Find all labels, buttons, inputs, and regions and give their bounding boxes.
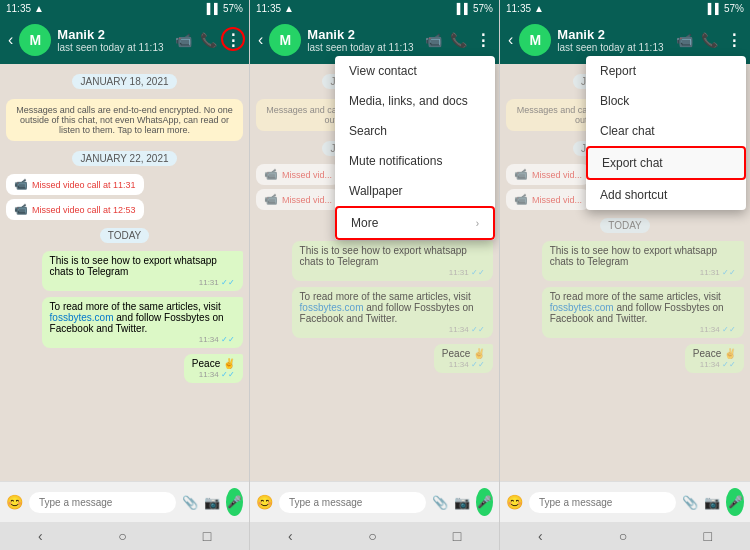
attach-icon-3[interactable]: 😊 <box>506 494 523 510</box>
header-info-1: Manik 2 last seen today at 11:13 <box>57 27 169 53</box>
camera-icon-3[interactable]: 📎 <box>682 495 698 510</box>
status-bar-1: 11:35 ▲ ▌▌ 57% <box>0 0 249 16</box>
mic-button-2[interactable]: 🎤 <box>476 488 493 516</box>
camera-icon-2[interactable]: 📎 <box>432 495 448 510</box>
encryption-notice-1: Messages and calls are end-to-end encryp… <box>6 99 243 141</box>
missed-call-icon-6: 📹 <box>514 193 528 206</box>
phone-icon-1[interactable]: 📞 <box>200 32 217 48</box>
message-input-2[interactable] <box>279 492 426 513</box>
nav-bar-2: ‹ ○ □ <box>250 522 499 550</box>
video-call-icon-2[interactable]: 📹 <box>425 32 442 48</box>
chat-body-1: JANUARY 18, 2021 Messages and calls are … <box>0 64 249 481</box>
avatar-1: M <box>19 24 51 56</box>
photo-icon-1[interactable]: 📷 <box>204 495 220 510</box>
nav-bar-3: ‹ ○ □ <box>500 522 750 550</box>
msg-sent-8: To read more of the same articles, visit… <box>542 287 744 338</box>
missed-call-1: 📹 Missed video call at 11:31 <box>6 174 144 195</box>
input-bar-2: 😊 📎 📷 🎤 <box>250 481 499 522</box>
nav-back-1[interactable]: ‹ <box>38 528 43 544</box>
panel-3: 11:35 ▲ ▌▌ 57% ‹ M Manik 2 last seen tod… <box>500 0 750 550</box>
menu-item-add-shortcut[interactable]: Add shortcut <box>586 180 746 210</box>
nav-home-2[interactable]: ○ <box>368 528 376 544</box>
menu-item-media[interactable]: Media, links, and docs <box>335 86 495 116</box>
sim-icon-3: ▲ <box>534 3 544 14</box>
menu-item-clear-chat[interactable]: Clear chat <box>586 116 746 146</box>
status-time-1: 11:35 ▲ <box>6 3 44 14</box>
status-icons-3: ▌▌ 57% <box>708 3 744 14</box>
menu-button-1[interactable]: ⋮ <box>225 31 241 50</box>
nav-recent-2[interactable]: □ <box>453 528 461 544</box>
missed-call-5: 📹 Missed vid... <box>506 164 590 185</box>
input-bar-3: 😊 📎 📷 🎤 <box>500 481 750 522</box>
menu-item-wallpaper[interactable]: Wallpaper <box>335 176 495 206</box>
avatar-2: M <box>269 24 301 56</box>
date-label-today-3: TODAY <box>600 218 650 233</box>
msg-sent-7: This is to see how to export whatsapp ch… <box>542 241 744 281</box>
dropdown-menu-2: Report Block Clear chat Export chat Add … <box>586 56 746 210</box>
video-call-icon-3[interactable]: 📹 <box>676 32 693 48</box>
msg-sent-6: Peace ✌️ 11:34 ✓✓ <box>434 344 493 373</box>
menu-item-mute[interactable]: Mute notifications <box>335 146 495 176</box>
header-icons-1: 📹 📞 ⋮ <box>175 31 241 50</box>
photo-icon-3[interactable]: 📷 <box>704 495 720 510</box>
contact-status-3: last seen today at 11:13 <box>557 42 670 53</box>
back-button-1[interactable]: ‹ <box>8 31 13 49</box>
sim-icon-1: ▲ <box>34 3 44 14</box>
panel-2: 11:35 ▲ ▌▌ 57% ‹ M Manik 2 last seen tod… <box>250 0 500 550</box>
back-button-2[interactable]: ‹ <box>258 31 263 49</box>
tick-icon-3: ✓✓ <box>221 370 235 379</box>
mic-button-3[interactable]: 🎤 <box>726 488 744 516</box>
msg-sent-2: To read more of the same articles, visit… <box>42 297 243 348</box>
phone-icon-2[interactable]: 📞 <box>450 32 467 48</box>
nav-home-3[interactable]: ○ <box>619 528 627 544</box>
camera-icon-1[interactable]: 📎 <box>182 495 198 510</box>
avatar-3: M <box>519 24 551 56</box>
msg-sent-5: To read more of the same articles, visit… <box>292 287 493 338</box>
back-button-3[interactable]: ‹ <box>508 31 513 49</box>
menu-item-report[interactable]: Report <box>586 56 746 86</box>
phone-icon-3[interactable]: 📞 <box>701 32 718 48</box>
tick-icon-2: ✓✓ <box>221 335 235 344</box>
header-info-2: Manik 2 last seen today at 11:13 <box>307 27 419 53</box>
nav-back-3[interactable]: ‹ <box>538 528 543 544</box>
missed-call-3: 📹 Missed vid... <box>256 164 340 185</box>
missed-call-2: 📹 Missed video call at 12:53 <box>6 199 144 220</box>
menu-item-block[interactable]: Block <box>586 86 746 116</box>
tick-icon-1: ✓✓ <box>221 278 235 287</box>
missed-call-icon-5: 📹 <box>514 168 528 181</box>
menu-item-more[interactable]: More › <box>335 206 495 240</box>
missed-call-4: 📹 Missed vid... <box>256 189 340 210</box>
video-call-icon-1[interactable]: 📹 <box>175 32 192 48</box>
date-label-today-1: TODAY <box>100 228 150 243</box>
status-bar-3: 11:35 ▲ ▌▌ 57% <box>500 0 750 16</box>
message-input-1[interactable] <box>29 492 176 513</box>
nav-recent-3[interactable]: □ <box>703 528 711 544</box>
attach-icon-2[interactable]: 😊 <box>256 494 273 510</box>
missed-call-icon-1: 📹 <box>14 178 28 191</box>
menu-button-3[interactable]: ⋮ <box>726 31 742 50</box>
missed-call-6: 📹 Missed vid... <box>506 189 590 210</box>
message-input-3[interactable] <box>529 492 676 513</box>
attach-icon-1[interactable]: 😊 <box>6 494 23 510</box>
status-icons-2: ▌▌ 57% <box>457 3 493 14</box>
msg-sent-9: Peace ✌️ 11:34 ✓✓ <box>685 344 744 373</box>
contact-name-1: Manik 2 <box>57 27 169 42</box>
chevron-right-icon: › <box>476 218 479 229</box>
menu-item-export-chat[interactable]: Export chat <box>586 146 746 180</box>
menu-item-view-contact[interactable]: View contact <box>335 56 495 86</box>
msg-sent-1: This is to see how to export whatsapp ch… <box>42 251 243 291</box>
nav-back-2[interactable]: ‹ <box>288 528 293 544</box>
menu-button-2[interactable]: ⋮ <box>475 31 491 50</box>
panel-1: 11:35 ▲ ▌▌ 57% ‹ M Manik 2 last seen tod… <box>0 0 250 550</box>
header-icons-2: 📹 📞 ⋮ <box>425 31 491 50</box>
nav-recent-1[interactable]: □ <box>203 528 211 544</box>
msg-sent-4: This is to see how to export whatsapp ch… <box>292 241 493 281</box>
contact-status-2: last seen today at 11:13 <box>307 42 419 53</box>
header-icons-3: 📹 📞 ⋮ <box>676 31 742 50</box>
status-bar-2: 11:35 ▲ ▌▌ 57% <box>250 0 499 16</box>
menu-item-search[interactable]: Search <box>335 116 495 146</box>
nav-home-1[interactable]: ○ <box>118 528 126 544</box>
mic-button-1[interactable]: 🎤 <box>226 488 243 516</box>
missed-call-icon-2: 📹 <box>14 203 28 216</box>
photo-icon-2[interactable]: 📷 <box>454 495 470 510</box>
